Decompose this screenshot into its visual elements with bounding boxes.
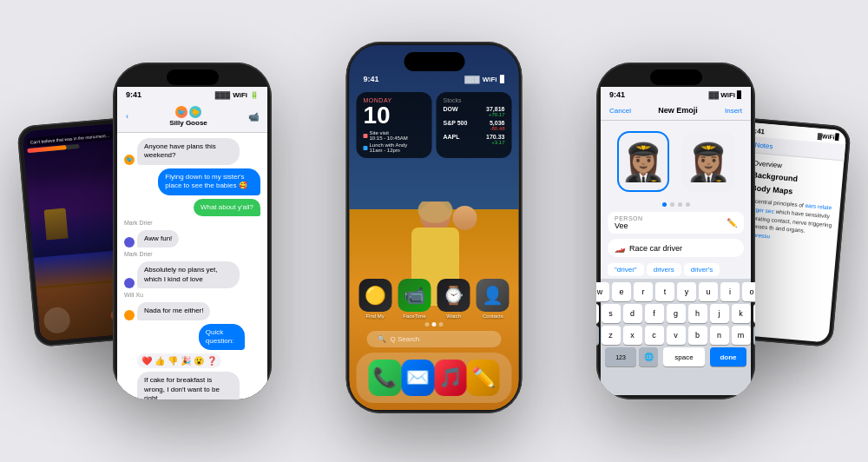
notes-nav-title[interactable]: Notes xyxy=(754,141,773,150)
find-my-label: Find My xyxy=(365,314,384,319)
mini-avatar-5 xyxy=(124,397,135,399)
page-dots xyxy=(350,322,519,327)
stocks-title: Stocks xyxy=(444,97,505,103)
dock-music-icon[interactable]: 🎵 xyxy=(434,360,467,396)
emoji-avatar-1[interactable]: 👩🏽‍✈️ xyxy=(617,131,669,192)
key-e[interactable]: e xyxy=(612,282,631,301)
reactions-bar: ❤️ 👍 👎 🎉 😮 ❓ xyxy=(137,353,221,368)
emoji-wifi: WiFi xyxy=(720,91,735,99)
dock-mail-icon[interactable]: ✉️ xyxy=(401,360,434,396)
status-icons: ▓▓▓ WiFi 🔋 xyxy=(215,91,259,99)
app-facetime[interactable]: 📹 FaceTime xyxy=(398,279,431,319)
edit-person-button[interactable]: ✏️ xyxy=(727,218,737,228)
home-screen: 9:41 ▓▓▓ WiFi ▊ MONDAY 10 Site visit10: xyxy=(350,45,519,410)
msg-bubble-sent-1: Flying down to my sister's place to see … xyxy=(158,168,260,195)
key-j[interactable]: j xyxy=(710,304,729,323)
key-h[interactable]: h xyxy=(688,304,707,323)
emoji-title: New Emoji xyxy=(658,106,698,115)
sender-label-2: Mark Drier xyxy=(124,251,260,257)
msg-row-4: Nada for me either! xyxy=(124,302,260,320)
event-1-text: Site visit10:15 - 10:45AM xyxy=(370,130,408,141)
sender-label-3: Will Xu xyxy=(124,292,260,298)
msg-bubble-received-4: Nada for me either! xyxy=(137,302,210,320)
key-emoji-switch[interactable]: 🌐 xyxy=(639,347,658,366)
key-d[interactable]: d xyxy=(623,304,642,323)
emoji-search-text[interactable]: Race car driver xyxy=(629,244,682,253)
emoji-search-bar: 🏎️ Race car driver xyxy=(608,239,744,257)
reaction-thumbsup[interactable]: 👍 xyxy=(155,356,165,366)
reaction-emoji[interactable]: 😮 xyxy=(194,356,204,366)
key-g[interactable]: g xyxy=(667,304,686,323)
dock-notes-icon[interactable]: ✏️ xyxy=(467,360,500,396)
event-2-text: Lunch with Andy11am - 12pm xyxy=(370,142,408,153)
key-shift[interactable]: ⇧ xyxy=(596,326,599,345)
key-y[interactable]: y xyxy=(677,282,696,301)
page-dot-3 xyxy=(439,322,444,327)
emoji-insert-button[interactable]: Insert xyxy=(725,107,742,115)
suggestion-2[interactable]: drivers xyxy=(647,263,681,276)
calendar-widget[interactable]: MONDAY 10 Site visit10:15 - 10:45AM Lunc… xyxy=(357,92,432,158)
page-dot-1 xyxy=(425,322,430,327)
msg-row-3: Absolutely no plans yet, which I kind of… xyxy=(124,261,260,288)
key-b[interactable]: b xyxy=(688,326,707,345)
reaction-party[interactable]: 🎉 xyxy=(181,356,191,366)
key-done[interactable]: done xyxy=(710,347,746,366)
app-find-my[interactable]: 🟡 Find My xyxy=(358,279,392,319)
key-a[interactable]: a xyxy=(596,304,599,323)
key-c[interactable]: c xyxy=(645,326,664,345)
reaction-heart[interactable]: ❤️ xyxy=(141,356,152,366)
dynamic-island-emoji xyxy=(650,69,702,85)
key-o[interactable]: o xyxy=(742,282,755,301)
key-123[interactable]: 123 xyxy=(605,347,636,366)
app-contacts[interactable]: 👤 Contacts xyxy=(476,279,510,319)
key-k[interactable]: k xyxy=(732,304,751,323)
emoji-signal: ▓▓ xyxy=(709,91,720,99)
key-z[interactable]: z xyxy=(602,326,621,345)
dow-name: DOW xyxy=(444,106,458,117)
messages-back-button[interactable]: ‹ xyxy=(126,112,128,121)
video-call-button[interactable]: 📹 xyxy=(248,112,259,122)
key-t[interactable]: t xyxy=(655,282,674,301)
emoji-avatar-2[interactable]: 👩🏽‍✈️ xyxy=(682,131,734,192)
person-figure xyxy=(391,201,478,340)
msg-bubble-received-1: Anyone have plans this weekend? xyxy=(137,138,240,165)
key-s[interactable]: s xyxy=(602,304,621,323)
key-i[interactable]: i xyxy=(720,282,740,301)
dpad[interactable] xyxy=(43,307,71,335)
signal-bars: ▓▓▓ xyxy=(464,76,480,83)
emoji-dot-4 xyxy=(686,202,690,207)
key-x[interactable]: x xyxy=(623,326,642,345)
reaction-thumbsdown[interactable]: 👎 xyxy=(168,356,178,366)
key-f[interactable]: f xyxy=(645,304,664,323)
facetime-icon: 📹 xyxy=(398,279,431,312)
reaction-question[interactable]: ❓ xyxy=(207,356,217,366)
avatar-2: 🐤 xyxy=(189,106,201,118)
watch-label: Watch xyxy=(446,314,461,319)
key-v[interactable]: v xyxy=(667,326,686,345)
suggestion-3[interactable]: driver's xyxy=(684,263,720,276)
emoji-cancel-button[interactable]: Cancel xyxy=(609,107,631,115)
contact-avatars: 🐦 🐤 xyxy=(169,106,207,118)
sp500-change: -80.48 xyxy=(490,126,505,131)
key-n[interactable]: n xyxy=(710,326,729,345)
key-space[interactable]: space xyxy=(663,347,705,366)
person-info: PERSON Vee xyxy=(615,215,643,230)
stocks-widget[interactable]: Stocks DOW 37,816 +70.17 S&P 500 5,036 -… xyxy=(437,92,512,158)
key-w[interactable]: w xyxy=(596,282,609,301)
home-search-bar[interactable]: 🔍 Q Search xyxy=(367,331,502,347)
app-watch[interactable]: ⌚ Watch xyxy=(437,279,470,319)
key-m[interactable]: m xyxy=(732,326,751,345)
dock-phone-icon[interactable]: 📞 xyxy=(369,360,402,396)
sp500-price: 5,036 xyxy=(490,120,505,126)
home-status-icons: ▓▓▓ WiFi ▊ xyxy=(464,75,504,83)
key-l[interactable]: l xyxy=(753,304,756,323)
key-r[interactable]: r xyxy=(634,282,653,301)
suggestion-1[interactable]: "driver" xyxy=(608,263,644,276)
contact-name: Silly Goose xyxy=(169,119,207,127)
phones-container: Can't believe that was in the monument..… xyxy=(0,0,868,462)
key-u[interactable]: u xyxy=(699,282,718,301)
person-tag: PERSON xyxy=(615,215,643,221)
msg-bubble-sent-2: What about y'all? xyxy=(194,199,260,216)
avatar-1: 🐦 xyxy=(175,106,187,118)
key-backspace[interactable]: ⌫ xyxy=(753,326,756,345)
